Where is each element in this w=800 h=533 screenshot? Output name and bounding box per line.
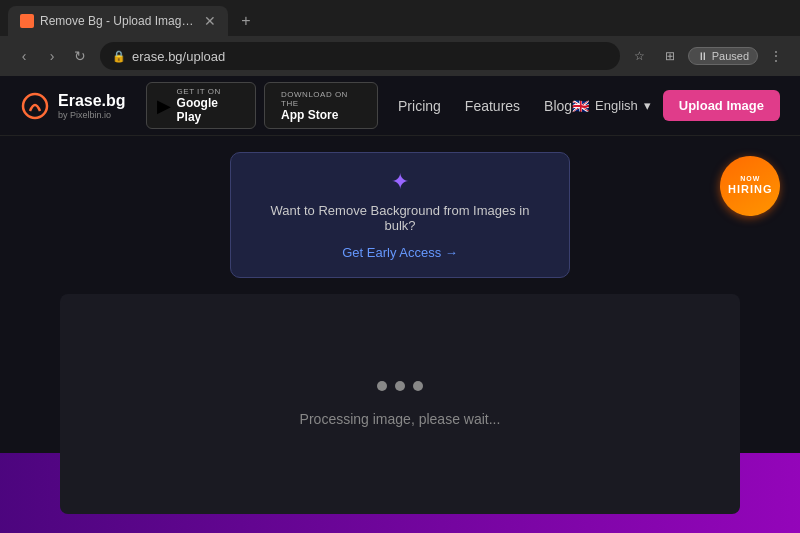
language-selector[interactable]: 🇬🇧 English ▾ — [572, 98, 651, 114]
tab-title: Remove Bg - Upload Images to... — [40, 14, 198, 28]
paused-label: Paused — [712, 50, 749, 62]
dot-1 — [377, 381, 387, 391]
nav-links: Pricing Features Blog — [398, 98, 572, 114]
google-play-icon: ▶ — [157, 95, 171, 117]
google-play-text: GET IT ON Google Play — [177, 87, 245, 124]
browser-chrome: Remove Bg - Upload Images to... ✕ + ‹ › … — [0, 0, 800, 76]
google-play-badge[interactable]: ▶ GET IT ON Google Play — [146, 82, 256, 129]
flag-icon: 🇬🇧 — [572, 98, 589, 114]
paused-badge: ⏸ Paused — [688, 47, 758, 65]
chevron-down-icon: ▾ — [644, 98, 651, 113]
early-access-banner: ✦ Want to Remove Background from Images … — [230, 152, 570, 278]
app-store-get: Download on the — [281, 90, 367, 108]
hiring-badge-inner: NOW HIRING — [728, 175, 773, 197]
active-tab[interactable]: Remove Bg - Upload Images to... ✕ — [8, 6, 228, 36]
early-access-link[interactable]: Get Early Access → — [342, 245, 458, 260]
bulk-icon: ✦ — [255, 169, 545, 195]
hiring-badge[interactable]: NOW HIRING — [713, 149, 786, 222]
blog-link[interactable]: Blog — [544, 98, 572, 114]
url-text: erase.bg/upload — [132, 49, 225, 64]
tab-close-button[interactable]: ✕ — [204, 13, 216, 29]
new-tab-button[interactable]: + — [232, 7, 260, 35]
features-link[interactable]: Features — [465, 98, 520, 114]
loading-dots — [377, 381, 423, 391]
banner-text: Want to Remove Background from Images in… — [255, 203, 545, 233]
page-content: Erase.bg by Pixelbin.io ▶ GET IT ON Goog… — [0, 76, 800, 533]
logo-main-text: Erase.bg — [58, 92, 126, 110]
store-badges: ▶ GET IT ON Google Play Download on the … — [146, 82, 378, 129]
lock-icon: 🔒 — [112, 50, 126, 63]
logo-area[interactable]: Erase.bg by Pixelbin.io — [20, 91, 126, 121]
hiring-main-text: HIRING — [728, 184, 773, 197]
forward-button[interactable]: › — [40, 44, 64, 68]
menu-button[interactable]: ⋮ — [764, 44, 788, 68]
upload-image-button[interactable]: Upload Image — [663, 90, 780, 121]
google-play-name: Google Play — [177, 96, 245, 124]
dot-3 — [413, 381, 423, 391]
dot-2 — [395, 381, 405, 391]
tab-favicon — [20, 14, 34, 28]
star-button[interactable]: ☆ — [628, 44, 652, 68]
extension-button[interactable]: ⊞ — [658, 44, 682, 68]
language-label: English — [595, 98, 638, 113]
app-store-name: App Store — [281, 108, 367, 122]
app-store-badge[interactable]: Download on the App Store — [264, 82, 378, 129]
nav-buttons: ‹ › ↻ — [12, 44, 92, 68]
logo-sub-text: by Pixelbin.io — [58, 110, 126, 120]
tab-bar: Remove Bg - Upload Images to... ✕ + — [0, 0, 800, 36]
hiring-now-text: NOW — [728, 175, 773, 183]
processing-text: Processing image, please wait... — [300, 411, 501, 427]
browser-actions: ☆ ⊞ ⏸ Paused ⋮ — [628, 44, 788, 68]
logo-text-area: Erase.bg by Pixelbin.io — [58, 92, 126, 120]
pricing-link[interactable]: Pricing — [398, 98, 441, 114]
address-bar: ‹ › ↻ 🔒 erase.bg/upload ☆ ⊞ ⏸ Paused ⋮ — [0, 36, 800, 76]
google-play-get: GET IT ON — [177, 87, 245, 96]
app-store-text: Download on the App Store — [281, 90, 367, 122]
navbar: Erase.bg by Pixelbin.io ▶ GET IT ON Goog… — [0, 76, 800, 136]
paused-icon: ⏸ — [697, 50, 708, 62]
reload-button[interactable]: ↻ — [68, 44, 92, 68]
processing-area: Processing image, please wait... — [60, 294, 740, 514]
logo-icon — [20, 91, 50, 121]
url-field[interactable]: 🔒 erase.bg/upload — [100, 42, 620, 70]
back-button[interactable]: ‹ — [12, 44, 36, 68]
